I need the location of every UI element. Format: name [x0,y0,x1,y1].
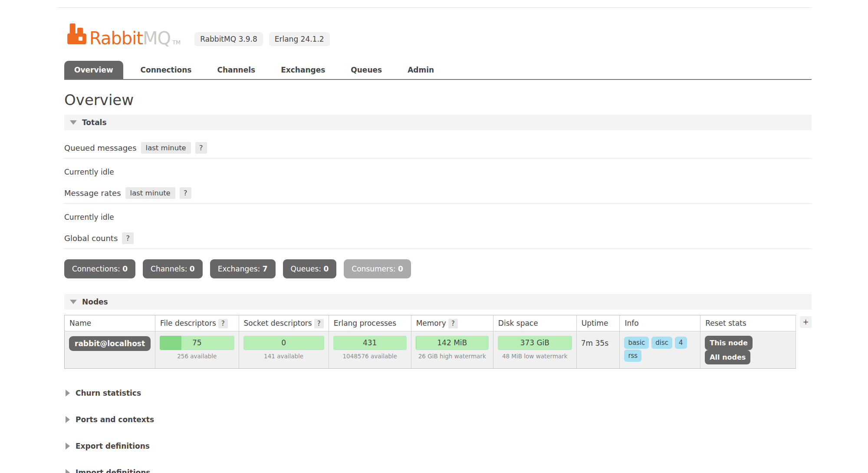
section-header-import-definitions[interactable]: Import definitions [64,468,812,473]
counter-label: Exchanges: [218,265,260,273]
section-header-totals[interactable]: Totals [64,115,812,130]
nodes-table: Name File descriptors? Socket descriptor… [64,315,796,369]
memory-help-icon[interactable]: ? [448,319,458,328]
logo-text-rabbit: Rabbit [89,30,143,47]
queued-messages-heading: Queued messages last minute ? [64,142,812,159]
message-rates-status: Currently idle [64,213,812,222]
collapse-right-icon [66,443,70,450]
connections-count-button[interactable]: Connections: 0 [64,259,135,278]
tab-channels[interactable]: Channels [207,61,265,79]
global-counts-heading: Global counts ? [64,232,812,249]
queued-messages-status: Currently idle [64,168,812,176]
rabbitmq-logo: Rabbit MQ TM [67,23,181,47]
disk-space-cell: 373 GiB 48 MiB low watermark [493,331,576,369]
tab-connections[interactable]: Connections [131,61,202,79]
counter-value: 0 [122,265,128,273]
message-rates-heading: Message rates last minute ? [64,187,812,204]
queues-count-button[interactable]: Queues: 0 [283,259,337,278]
col-reset-stats: Reset stats [700,315,796,331]
message-rates-label: Message rates [64,189,121,198]
collapse-down-icon [70,120,77,125]
socket-descriptors-bar: 0 [243,336,324,350]
section-header-ports-and-contexts[interactable]: Ports and contexts [64,415,812,424]
section-title-export-definitions: Export definitions [76,442,150,450]
nodes-table-wrap: Name File descriptors? Socket descriptor… [64,315,812,369]
info-badge-cores: 4 [675,337,687,349]
file-descriptors-available: 256 available [160,353,234,360]
message-rates-range-badge[interactable]: last minute [125,187,175,199]
uptime-value: 7m 35s [581,336,608,347]
tab-admin[interactable]: Admin [398,61,444,79]
page-container: Rabbit MQ TM RabbitMQ 3.9.8 Erlang 24.1.… [58,7,812,473]
section-title-totals: Totals [82,118,107,127]
tab-queues[interactable]: Queues [341,61,392,79]
col-disk-space: Disk space [493,315,576,331]
collapse-right-icon [66,469,70,473]
erlang-processes-bar: 431 [333,336,407,350]
section-title-import-definitions: Import definitions [76,468,150,473]
exchanges-count-button[interactable]: Exchanges: 7 [210,259,276,278]
col-socket-descriptors: Socket descriptors? [239,315,329,331]
info-badge-basic: basic [624,337,649,349]
counter-value: 0 [323,265,329,273]
info-badge-disc: disc [651,337,672,349]
reset-all-nodes-button[interactable]: All nodes [705,350,750,364]
reset-this-node-button[interactable]: This node [705,336,753,350]
global-counters: Connections: 0 Channels: 0 Exchanges: 7 … [64,259,812,278]
collapse-right-icon [66,416,70,423]
memory-cell: 142 MiB 26 GiB high watermark [411,331,493,369]
rabbitmq-version-badge: RabbitMQ 3.9.8 [194,32,263,46]
disk-space-watermark: 48 MiB low watermark [498,353,572,360]
tab-overview[interactable]: Overview [64,61,123,79]
file-descriptors-cell: 75 256 available [155,331,239,369]
uptime-cell: 7m 35s [576,331,620,369]
socket-descriptors-help-icon[interactable]: ? [314,319,324,328]
channels-count-button[interactable]: Channels: 0 [143,259,203,278]
counter-label: Channels: [151,265,187,273]
collapse-right-icon [66,390,70,397]
page-title: Overview [64,91,812,109]
col-uptime: Uptime [576,315,620,331]
logo-text-mq: MQ [143,30,171,47]
queued-messages-label: Queued messages [64,143,137,152]
counter-value: 0 [190,265,195,273]
rabbitmq-rabbit-icon [67,23,86,46]
logo-trademark: TM [172,39,181,46]
collapse-down-icon [70,300,77,304]
col-info: Info [620,315,700,331]
consumers-count-button[interactable]: Consumers: 0 [344,259,411,278]
section-header-churn-statistics[interactable]: Churn statistics [64,389,812,397]
counter-label: Consumers: [352,265,395,273]
node-row: rabbit@localhost 75 256 available [65,331,796,369]
section-header-nodes[interactable]: Nodes [64,294,812,310]
section-title-ports-and-contexts: Ports and contexts [76,415,154,424]
counter-value: 0 [398,265,403,273]
erlang-version-badge: Erlang 24.1.2 [269,32,330,46]
queued-messages-range-badge[interactable]: last minute [141,142,191,154]
col-name: Name [65,315,155,331]
reset-stats-cell: This nodeAll nodes [700,331,796,369]
masthead: Rabbit MQ TM RabbitMQ 3.9.8 Erlang 24.1.… [58,23,812,47]
main-nav-tabs: Overview Connections Channels Exchanges … [64,61,812,80]
section-title-churn-statistics: Churn statistics [76,389,141,397]
message-rates-help-icon[interactable]: ? [180,187,191,199]
socket-descriptors-cell: 0 141 available [239,331,329,369]
info-cell: basicdisc4rss [620,331,700,369]
node-name-link[interactable]: rabbit@localhost [69,336,151,351]
add-column-button[interactable]: + [800,316,812,328]
node-name-cell: rabbit@localhost [65,331,155,369]
socket-descriptors-available: 141 available [243,353,324,360]
erlang-processes-cell: 431 1048576 available [329,331,411,369]
file-descriptors-help-icon[interactable]: ? [218,319,228,328]
info-badge-rss: rss [624,350,641,362]
tab-exchanges[interactable]: Exchanges [271,61,335,79]
col-file-descriptors: File descriptors? [155,315,239,331]
collapsed-sections: Churn statistics Ports and contexts Expo… [64,389,812,473]
nodes-table-header-row: Name File descriptors? Socket descriptor… [65,315,796,331]
counter-label: Connections: [72,265,120,273]
counter-value: 7 [263,265,268,273]
section-header-export-definitions[interactable]: Export definitions [64,442,812,450]
global-counts-help-icon[interactable]: ? [122,232,134,244]
queued-messages-help-icon[interactable]: ? [195,142,207,154]
disk-space-bar: 373 GiB [498,336,572,350]
